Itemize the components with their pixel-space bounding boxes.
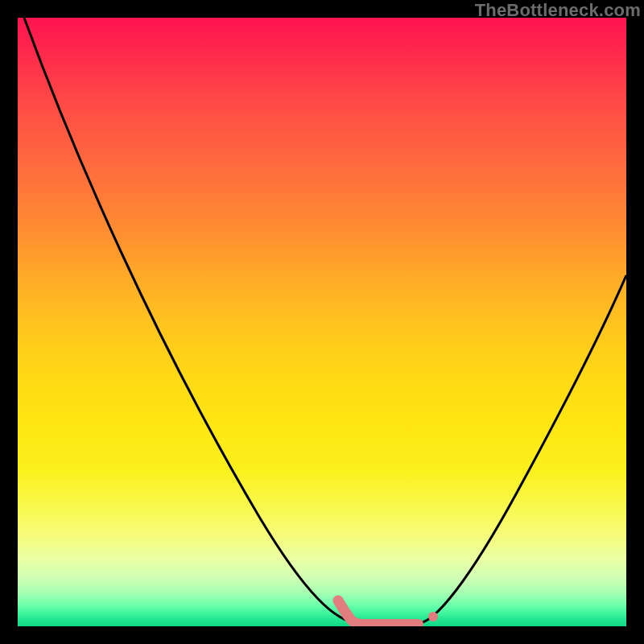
curve-layer bbox=[18, 18, 626, 626]
chart-frame: TheBottleneck.com bbox=[0, 0, 644, 644]
plot-area bbox=[18, 18, 626, 626]
svg-point-0 bbox=[428, 612, 438, 621]
optimal-zone-marker bbox=[338, 601, 438, 624]
bottleneck-curve bbox=[24, 18, 626, 623]
watermark-text: TheBottleneck.com bbox=[475, 0, 641, 21]
